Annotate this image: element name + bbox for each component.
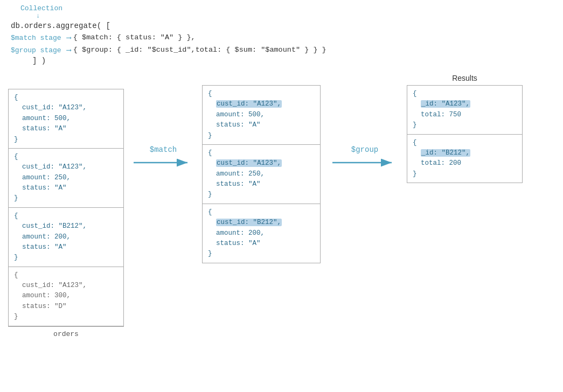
result-doc-1: { _id: "A123", total: 750 }: [407, 86, 522, 135]
result-doc-2: { _id: "B212", total: 200 }: [407, 135, 522, 183]
collection-doc-4: { cust_id: "A123", amount: 300, status: …: [9, 267, 123, 326]
match-doc-1: { cust_id: "A123", amount: 500, status: …: [203, 86, 320, 145]
match-stage-code: { $match: { status: "A" } },: [73, 32, 196, 44]
code-line-1: db.orders.aggregate( [: [11, 20, 326, 32]
result-doc-1-highlight: _id: "A123",: [421, 100, 470, 108]
collection-annotation: Collection: [20, 4, 62, 12]
page: Collection ↓ db.orders.aggregate( [ $mat…: [0, 0, 563, 392]
group-arrow-group: $group: [332, 145, 397, 170]
group-stage-code: { $group: { _id: "$cust_id",total: { $su…: [73, 44, 326, 57]
match-stage-label: $match stage: [11, 32, 65, 44]
group-stage-arrow-icon: ⟶: [67, 45, 71, 57]
group-stage-label: $group stage: [11, 45, 65, 57]
collection-arrow-down: ↓: [36, 12, 326, 20]
match-stage-arrow-icon: ⟶: [67, 32, 71, 44]
match-stage-row: $match stage ⟶ { $match: { status: "A" }…: [11, 32, 326, 44]
match-doc-2-highlight: cust_id: "A123",: [216, 159, 282, 167]
result-doc-2-highlight: _id: "B212",: [421, 149, 470, 157]
match-box: { cust_id: "A123", amount: 500, status: …: [202, 85, 321, 263]
match-arrow-label: $match: [150, 145, 177, 154]
match-arrow-icon: [134, 155, 193, 170]
collection-doc-3: { cust_id: "B212", amount: 200, status: …: [9, 208, 123, 267]
group-arrow-label: $group: [351, 145, 378, 154]
match-doc-3: { cust_id: "B212", amount: 200, status: …: [203, 204, 320, 263]
collection-doc-2: { cust_id: "A123", amount: 250, status: …: [9, 149, 123, 208]
diagram-area: { cust_id: "A123", amount: 500, status: …: [0, 83, 563, 392]
code-closing: ] ): [11, 57, 326, 65]
collection-doc-1: { cust_id: "A123", amount: 500, status: …: [9, 89, 123, 149]
collection-box: { cust_id: "A123", amount: 500, status: …: [8, 89, 124, 327]
match-doc-3-highlight: cust_id: "B212",: [216, 219, 282, 226]
match-doc-1-highlight: cust_id: "A123",: [216, 100, 282, 108]
group-arrow-icon: [332, 155, 397, 170]
results-box: Results { _id: "A123", total: 750 } { _i…: [407, 85, 523, 183]
code-section: Collection ↓ db.orders.aggregate( [ $mat…: [0, 0, 337, 69]
match-arrow-group: $match: [134, 145, 193, 170]
group-stage-row: $group stage ⟶ { $group: { _id: "$cust_i…: [11, 44, 326, 57]
results-title: Results: [452, 74, 477, 82]
match-doc-2: { cust_id: "A123", amount: 250, status: …: [203, 145, 320, 204]
collection-table-label: orders: [53, 330, 79, 338]
